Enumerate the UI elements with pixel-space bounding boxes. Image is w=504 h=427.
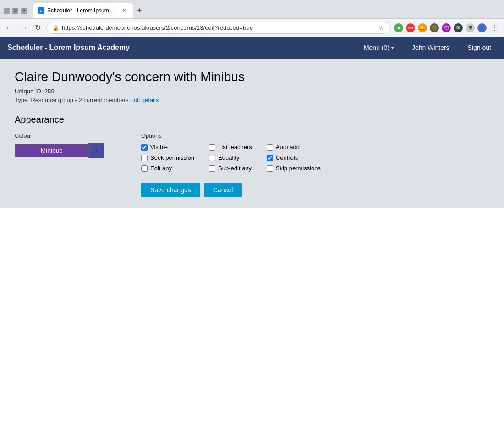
checkbox-list_teachers[interactable] <box>209 144 215 151</box>
close-button[interactable]: ✕ <box>21 8 27 14</box>
unique-id-value: 259 <box>44 88 55 95</box>
checkbox-auto_add[interactable] <box>267 144 273 151</box>
extension-icon-2[interactable]: ABP <box>406 23 415 32</box>
bookmark-icon[interactable]: ☆ <box>378 24 384 32</box>
tab-favicon: S <box>38 7 44 14</box>
extension-icon-5[interactable]: 🛡 <box>442 23 451 32</box>
tab-title: Scheduler - Lorem Ipsum A… <box>47 7 119 14</box>
checkbox-item-skip_permissions: Skip permissions <box>267 165 321 172</box>
extension-icon-1[interactable]: ● <box>394 23 403 32</box>
app-title: Scheduler - Lorem Ipsum Academy <box>7 43 351 52</box>
checkbox-item-auto_add: Auto add <box>267 144 321 151</box>
checkbox-visible[interactable] <box>141 144 148 151</box>
form-section: Colour Minibus ▾ Options VisibleList tea… <box>15 132 489 197</box>
checkbox-item-controls: Controls <box>267 154 321 161</box>
tab-close-icon[interactable]: ✕ <box>121 7 128 14</box>
browser-titlebar: ─ □ ✕ S Scheduler - Lorem Ipsum A… ✕ + <box>0 0 504 18</box>
maximize-button[interactable]: □ <box>12 8 18 14</box>
more-options-button[interactable]: ⋮ <box>489 22 500 33</box>
checkbox-equality[interactable] <box>209 155 215 161</box>
page-title: Claire Dunwoody's concern with Minibus <box>15 70 489 84</box>
checkbox-item-sub_edit_any: Sub-edit any <box>209 165 252 172</box>
minimize-button[interactable]: ─ <box>4 8 10 14</box>
checkbox-label-visible: Visible <box>150 144 168 151</box>
checkbox-seek_permission[interactable] <box>141 155 148 161</box>
new-tab-button[interactable]: + <box>133 3 146 18</box>
sign-out-button[interactable]: Sign out <box>462 40 497 55</box>
colour-picker-button[interactable]: ▾ <box>88 143 104 158</box>
checkbox-label-controls: Controls <box>276 154 298 161</box>
chevron-down-icon: ▾ <box>95 148 98 153</box>
form-actions: Save changes Cancel <box>141 183 321 197</box>
reload-button[interactable]: ↻ <box>33 22 43 33</box>
menu-label: Menu (0) <box>364 44 389 51</box>
cancel-button[interactable]: Cancel <box>204 183 242 197</box>
save-changes-button[interactable]: Save changes <box>141 183 200 197</box>
checkbox-item-edit_any: Edit any <box>141 165 194 172</box>
checkbox-item-list_teachers: List teachers <box>209 144 252 151</box>
extension-icon-3[interactable]: 🔔 <box>418 23 427 32</box>
app-header: Scheduler - Lorem Ipsum Academy Menu (0)… <box>0 37 504 59</box>
checkbox-label-seek_permission: Seek permission <box>150 154 194 161</box>
colour-selector: Minibus ▾ <box>15 143 104 158</box>
extension-icon-4[interactable]: 🌿 <box>430 23 439 32</box>
extension-icon-6[interactable]: ✉ <box>454 23 463 32</box>
full-details-link[interactable]: Full details <box>130 97 159 103</box>
checkbox-label-auto_add: Auto add <box>276 144 300 151</box>
checkbox-label-skip_permissions: Skip permissions <box>276 165 321 172</box>
url-text: https://schedulerdemo.xronos.uk/users/2/… <box>62 24 376 31</box>
colour-name-button[interactable]: Minibus <box>15 144 88 157</box>
options-section: Options VisibleList teachersAuto addSeek… <box>141 132 321 197</box>
checkbox-item-visible: Visible <box>141 144 194 151</box>
user-name-button[interactable]: John Winters <box>406 40 455 55</box>
checkbox-item-equality: Equality <box>209 154 252 161</box>
unique-id-line: Unique ID: 259 <box>15 88 489 95</box>
page-content: Claire Dunwoody's concern with Minibus U… <box>0 59 504 208</box>
address-bar[interactable]: 🔒 https://schedulerdemo.xronos.uk/users/… <box>46 22 390 34</box>
back-button[interactable]: ← <box>4 23 15 33</box>
browser-extension-icons: ● ABP 🔔 🌿 🛡 ✉ ⊞ 👤 ⋮ <box>394 22 500 33</box>
checkbox-controls[interactable] <box>267 155 273 161</box>
address-bar-container: ← → ↻ 🔒 https://schedulerdemo.xronos.uk/… <box>0 18 504 37</box>
checkbox-item-seek_permission: Seek permission <box>141 154 194 161</box>
checkbox-sub_edit_any[interactable] <box>209 165 215 172</box>
tab-bar: S Scheduler - Lorem Ipsum A… ✕ + <box>33 3 146 18</box>
extension-icon-7[interactable]: ⊞ <box>466 23 475 32</box>
forward-button[interactable]: → <box>18 23 29 33</box>
colour-label: Colour <box>15 132 104 139</box>
checkbox-label-edit_any: Edit any <box>150 165 172 172</box>
checkbox-edit_any[interactable] <box>141 165 148 172</box>
checkbox-label-equality: Equality <box>218 154 239 161</box>
chevron-down-icon: ▾ <box>391 45 394 50</box>
checkbox-grid: VisibleList teachersAuto addSeek permiss… <box>141 144 321 172</box>
appearance-heading: Appearance <box>15 114 489 125</box>
active-tab[interactable]: S Scheduler - Lorem Ipsum A… ✕ <box>33 3 133 18</box>
unique-id-label: Unique ID: <box>15 88 43 95</box>
lock-icon: 🔒 <box>52 25 59 31</box>
options-label: Options <box>141 132 321 139</box>
menu-button[interactable]: Menu (0) ▾ <box>358 40 399 55</box>
window-controls: ─ □ ✕ <box>4 8 27 14</box>
type-label: Type: Resource group - 2 current members <box>15 97 129 103</box>
colour-section: Colour Minibus ▾ <box>15 132 104 158</box>
checkbox-label-list_teachers: List teachers <box>218 144 252 151</box>
type-line: Type: Resource group - 2 current members… <box>15 97 489 103</box>
checkbox-label-sub_edit_any: Sub-edit any <box>218 165 252 172</box>
user-profile-icon[interactable]: 👤 <box>477 23 487 32</box>
checkbox-skip_permissions[interactable] <box>267 165 273 172</box>
